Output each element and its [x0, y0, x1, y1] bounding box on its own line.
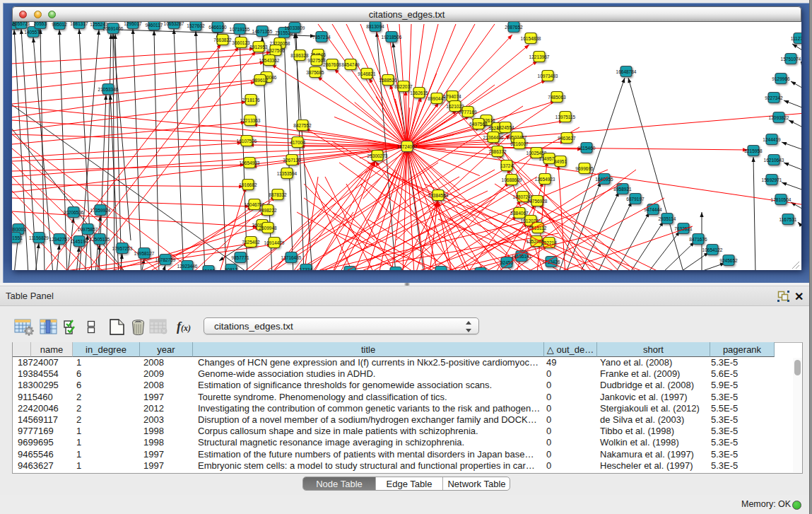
svg-text:16782759: 16782759	[155, 257, 176, 262]
svg-text:2867608: 2867608	[323, 62, 341, 67]
svg-text:17957253: 17957253	[112, 246, 133, 251]
svg-text:16543362: 16543362	[259, 58, 280, 63]
svg-text:9227342: 9227342	[765, 95, 783, 100]
svg-text:10653287: 10653287	[164, 22, 184, 26]
svg-text:2935114: 2935114	[659, 216, 676, 221]
svg-text:1588520: 1588520	[379, 78, 397, 83]
svg-text:20691406: 20691406	[103, 26, 124, 31]
svg-text:16154838: 16154838	[521, 36, 541, 41]
svg-text:2718176: 2718176	[242, 98, 260, 103]
svg-text:4498222: 4498222	[259, 208, 277, 213]
svg-text:8813094: 8813094	[366, 24, 384, 29]
svg-text:3875685: 3875685	[306, 70, 324, 75]
svg-text:1405572: 1405572	[24, 30, 42, 35]
svg-text:6794074: 6794074	[443, 94, 461, 99]
svg-text:3660123: 3660123	[232, 40, 250, 45]
svg-text:2609948: 2609948	[259, 226, 277, 230]
svg-text:9857771: 9857771	[231, 255, 249, 260]
svg-text:17359924: 17359924	[90, 208, 111, 213]
svg-text:15692971: 15692971	[762, 177, 782, 182]
svg-text:8322037: 8322037	[394, 84, 413, 89]
svg-text:8471676: 8471676	[689, 237, 707, 242]
svg-text:13724: 13724	[500, 163, 513, 168]
svg-text:989612: 989612	[252, 78, 268, 83]
svg-text:1362615: 1362615	[410, 90, 428, 95]
svg-text:21364436: 21364436	[483, 135, 504, 140]
svg-text:17810504: 17810504	[771, 197, 792, 202]
svg-text:19384554: 19384554	[428, 193, 449, 198]
svg-text:16046766: 16046766	[245, 202, 265, 207]
svg-text:13716485: 13716485	[281, 255, 302, 260]
svg-text:16107526: 16107526	[237, 139, 257, 144]
svg-text:25300273: 25300273	[367, 153, 388, 158]
svg-text:12342757: 12342757	[49, 237, 70, 242]
svg-text:7386372: 7386372	[488, 149, 507, 154]
svg-text:8878332: 8878332	[269, 192, 287, 197]
svg-text:7857214: 7857214	[312, 35, 331, 40]
svg-text:12505135: 12505135	[90, 237, 110, 242]
svg-text:1295017: 1295017	[124, 22, 142, 26]
svg-text:1621022: 1621022	[446, 104, 464, 109]
svg-text:10654122: 10654122	[702, 247, 723, 252]
svg-text:12213967: 12213967	[529, 54, 550, 59]
svg-text:84951: 84951	[554, 159, 567, 164]
svg-text:9245652: 9245652	[719, 258, 738, 263]
svg-text:2087652: 2087652	[505, 25, 523, 30]
svg-text:21053346: 21053346	[98, 87, 119, 92]
svg-text:9460117: 9460117	[146, 23, 163, 28]
svg-text:19958127: 19958127	[134, 251, 155, 256]
svg-text:393001: 393001	[12, 227, 26, 232]
svg-text:13654923: 13654923	[535, 177, 555, 182]
svg-text:17334: 17334	[300, 267, 312, 271]
svg-text:10688609: 10688609	[502, 177, 522, 182]
svg-text:9699695: 9699695	[575, 166, 594, 171]
svg-text:1081317: 1081317	[70, 22, 88, 26]
svg-text:391551: 391551	[12, 235, 23, 240]
svg-text:90812: 90812	[225, 267, 237, 271]
svg-text:16210643: 16210643	[764, 158, 784, 163]
svg-text:7663822: 7663822	[213, 37, 232, 42]
svg-text:10973493: 10973493	[538, 74, 558, 78]
svg-text:12923446: 12923446	[177, 264, 198, 269]
svg-text:3267130: 3267130	[283, 158, 301, 163]
svg-text:15751074: 15751074	[781, 57, 801, 62]
svg-text:8454749: 8454749	[341, 62, 360, 67]
svg-text:11353594: 11353594	[277, 171, 298, 176]
svg-text:6879197: 6879197	[626, 197, 645, 201]
svg-text:6216007: 6216007	[510, 141, 529, 146]
svg-text:995012: 995012	[52, 22, 67, 27]
svg-text:6497568: 6497568	[469, 122, 488, 127]
svg-text:5384067: 5384067	[510, 211, 529, 216]
svg-text:8958921: 8958921	[613, 187, 632, 192]
svg-text:9777169: 9777169	[459, 110, 477, 115]
svg-text:6466160: 6466160	[208, 25, 227, 30]
svg-text:9327506: 9327506	[266, 48, 285, 53]
svg-text:11156829: 11156829	[29, 235, 49, 240]
svg-text:1167531: 1167531	[779, 217, 797, 222]
svg-text:16033809: 16033809	[285, 25, 305, 30]
svg-text:417004: 417004	[290, 140, 305, 145]
svg-text:1824554: 1824554	[496, 125, 514, 130]
svg-text:12213363: 12213363	[240, 118, 261, 123]
svg-text:1145194: 1145194	[71, 239, 88, 244]
svg-text:8215958: 8215958	[744, 148, 763, 153]
svg-text:1527602: 1527602	[187, 23, 205, 28]
svg-text:9129966: 9129966	[772, 76, 790, 81]
svg-text:14671355: 14671355	[252, 29, 273, 34]
svg-text:19218506: 19218506	[382, 35, 402, 40]
svg-text:10975857: 10975857	[78, 227, 98, 232]
svg-text:8912953: 8912953	[249, 45, 268, 49]
svg-text:12451: 12451	[435, 269, 447, 271]
svg-text:16914479: 16914479	[264, 240, 285, 245]
svg-text:7485063: 7485063	[548, 95, 566, 100]
svg-text:16648784: 16648784	[616, 69, 637, 74]
svg-text:9115460: 9115460	[578, 146, 596, 151]
svg-text:70756928: 70756928	[527, 199, 548, 204]
svg-text:15123: 15123	[202, 269, 215, 271]
svg-text:1916682: 1916682	[239, 182, 257, 187]
svg-text:1112744: 1112744	[791, 36, 801, 41]
svg-text:20206536: 20206536	[64, 210, 84, 215]
svg-text:8186328: 8186328	[290, 53, 309, 58]
svg-text:87234: 87234	[389, 270, 402, 271]
svg-text:7625402: 7625402	[242, 240, 260, 245]
